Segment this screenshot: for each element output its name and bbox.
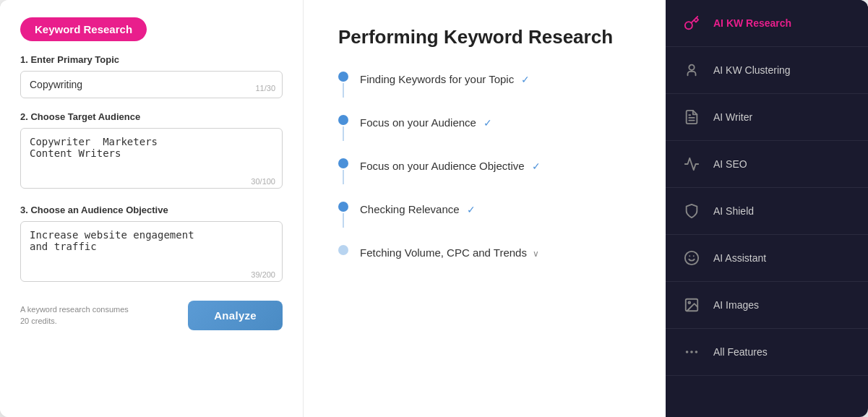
sidebar-item-ai-assistant[interactable]: AI Assistant (666, 235, 868, 282)
check-icon: ✓ (467, 204, 476, 215)
progress-item: Focus on your Audience ✓ (338, 115, 631, 158)
step3-label: 3. Choose an Audience Objective (20, 205, 283, 215)
svg-point-11 (696, 351, 697, 353)
step2-char-count: 30/100 (251, 177, 275, 186)
progress-step-text: Focus on your Audience ✓ (360, 115, 492, 131)
sidebar-label-all-features: All Features (713, 346, 768, 358)
all-features-icon (680, 340, 703, 364)
progress-dot (338, 158, 348, 168)
sidebar-item-ai-kw-research[interactable]: AI KW Research (666, 0, 868, 47)
sidebar-item-ai-images[interactable]: AI Images (666, 282, 868, 329)
dot-line (343, 170, 344, 184)
dot-col (338, 245, 348, 255)
footer-row: A keyword research consumes 20 credits. … (20, 301, 283, 330)
step1-section: 1. Enter Primary Topic 11/30 (20, 54, 283, 98)
sidebar-label-ai-kw-clustering: AI KW Clustering (713, 64, 791, 76)
svg-point-9 (687, 351, 688, 353)
keyword-research-badge: Keyword Research (20, 17, 147, 41)
sidebar-label-ai-writer: AI Writer (713, 111, 752, 123)
step3-section: 3. Choose an Audience Objective Increase… (20, 205, 283, 285)
app-container: Keyword Research 1. Enter Primary Topic … (0, 0, 868, 417)
progress-dot (338, 115, 348, 125)
images-icon (680, 293, 703, 317)
writer-icon (680, 106, 703, 129)
progress-title: Performing Keyword Research (338, 26, 631, 48)
svg-point-4 (685, 252, 698, 265)
progress-item: Fetching Volume, CPC and Trends ∨ (338, 245, 631, 260)
sidebar-label-ai-kw-research: AI KW Research (713, 17, 791, 29)
sidebar-item-ai-shield[interactable]: AI Shield (666, 188, 868, 235)
progress-dot (338, 202, 348, 212)
sidebar-label-ai-images: AI Images (713, 299, 759, 311)
step2-section: 2. Choose Target Audience Copywriter Mar… (20, 111, 283, 192)
progress-step-text: Fetching Volume, CPC and Trends ∨ (360, 245, 539, 260)
target-audience-textarea[interactable]: Copywriter Marketers Content Writers (20, 128, 283, 189)
step3-char-count: 39/200 (251, 270, 275, 279)
step1-input-wrapper: 11/30 (20, 71, 283, 98)
audience-objective-textarea[interactable]: Increase website engagement and traffic (20, 221, 283, 282)
step1-char-count: 11/30 (255, 84, 275, 93)
shield-icon (680, 199, 703, 223)
dot-col (338, 158, 348, 184)
analyze-button[interactable]: Analyze (188, 301, 283, 330)
sidebar-item-ai-kw-clustering[interactable]: AI KW Clustering (666, 47, 868, 94)
credits-note: A keyword research consumes 20 credits. (20, 304, 136, 327)
progress-step-text: Checking Relevance ✓ (360, 202, 476, 218)
check-icon: ✓ (532, 160, 541, 172)
step2-input-wrapper: Copywriter Marketers Content Writers 30/… (20, 128, 283, 192)
step3-input-wrapper: Increase website engagement and traffic … (20, 221, 283, 285)
cluster-icon (680, 59, 703, 82)
key-icon (680, 12, 703, 35)
sidebar-label-ai-shield: AI Shield (713, 205, 754, 217)
dot-col (338, 115, 348, 141)
dot-col (338, 202, 348, 228)
sidebar-item-ai-writer[interactable]: AI Writer (666, 94, 868, 141)
left-panel: Keyword Research 1. Enter Primary Topic … (0, 0, 304, 417)
middle-panel: Performing Keyword Research Finding Keyw… (304, 0, 666, 417)
dot-line (343, 83, 344, 98)
seo-icon (680, 152, 703, 176)
assistant-icon (680, 246, 703, 270)
progress-item: Checking Relevance ✓ (338, 202, 631, 245)
step1-label: 1. Enter Primary Topic (20, 54, 283, 65)
primary-topic-input[interactable] (20, 71, 283, 98)
check-icon: ✓ (484, 117, 492, 129)
svg-point-10 (691, 351, 692, 353)
sidebar-label-ai-seo: AI SEO (713, 158, 747, 170)
progress-dot (338, 72, 348, 82)
progress-step-text: Finding Keywords for your Topic ✓ (360, 72, 530, 87)
sidebar-label-ai-assistant: AI Assistant (713, 252, 766, 264)
step2-label: 2. Choose Target Audience (20, 111, 283, 122)
progress-list: Finding Keywords for your Topic ✓ Focus … (338, 72, 631, 260)
dot-line (343, 126, 344, 141)
svg-point-8 (688, 301, 690, 304)
svg-point-1 (689, 65, 694, 70)
dot-line (343, 213, 344, 228)
sidebar-item-ai-seo[interactable]: AI SEO (666, 141, 868, 188)
dot-col (338, 72, 348, 98)
progress-item: Focus on your Audience Objective ✓ (338, 158, 631, 202)
progress-step-text: Focus on your Audience Objective ✓ (360, 158, 541, 174)
check-icon: ✓ (521, 74, 530, 85)
progress-item: Finding Keywords for your Topic ✓ (338, 72, 631, 115)
expand-icon: ∨ (533, 249, 539, 259)
sidebar-item-all-features[interactable]: All Features (666, 329, 868, 376)
right-sidebar: AI KW Research AI KW Clustering AI Write… (666, 0, 868, 417)
progress-dot-pending (338, 245, 348, 255)
